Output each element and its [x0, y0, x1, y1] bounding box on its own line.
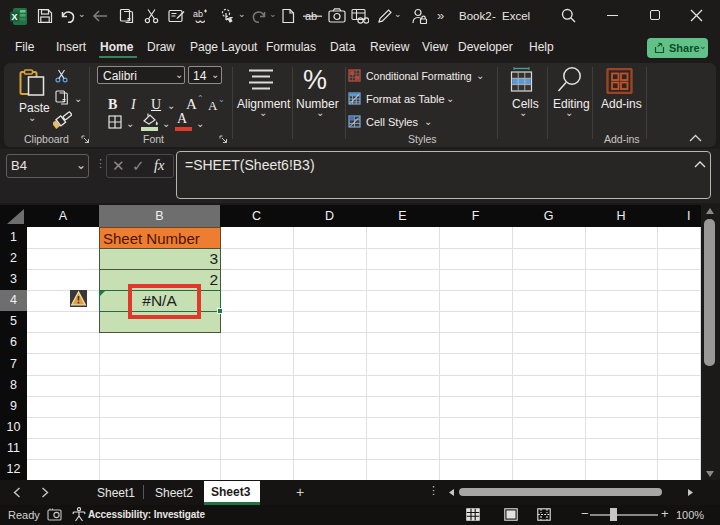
svg-text:ab: ab — [193, 9, 203, 19]
svg-text:X: X — [11, 12, 17, 22]
